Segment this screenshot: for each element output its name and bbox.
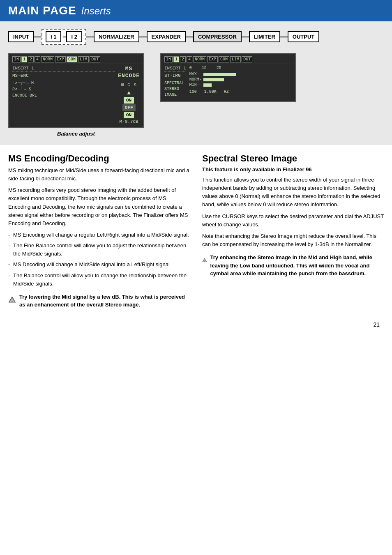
bullet-1: MS Encoding will change a regular Left/R…	[8, 231, 190, 239]
lcd-p2-type: ST-IMG	[164, 73, 186, 79]
lcd-bar-min: MIN·	[189, 83, 292, 87]
content-area: MS Encoding/Decoding MS miking technique…	[0, 145, 392, 317]
tab-out[interactable]: OUT	[90, 56, 100, 62]
chain-i1: I 1	[46, 31, 61, 42]
chain-compressor: COMPRESSOR	[193, 31, 242, 42]
tab-exp[interactable]: EXP	[55, 56, 66, 62]
lcd-signal-path2: R>─┘→ S	[12, 87, 115, 92]
col-right: Spectral Stereo Image This feature is on…	[202, 153, 384, 309]
right-subtitle: This feature is only available in Finali…	[202, 166, 384, 173]
signal-chain: INPUT I 1 I 2 NORMALIZER EXPANDER COMPRE…	[8, 29, 384, 45]
svg-text:♪: ♪	[12, 300, 13, 302]
tab2-1[interactable]: 1	[173, 56, 179, 62]
lcd-bar-min-fill	[203, 83, 212, 87]
chain-i2: I 2	[66, 31, 82, 42]
right-tip-text: Try enhancing the Stereo Image in the Mi…	[210, 253, 384, 278]
chain-connector	[34, 37, 42, 37]
left-title: MS Encoding/Decoding	[8, 153, 190, 164]
tab-com[interactable]: COM	[67, 56, 77, 62]
lcd-bar-norm-fill	[203, 78, 224, 81]
right-para-1: This function allows you to control the …	[202, 176, 384, 209]
col-left: MS Encoding/Decoding MS miking technique…	[8, 153, 190, 309]
lcd-p2-bars: 0 15 25 MAX· NORM· MIN· 100 1.00K HZ	[189, 66, 292, 98]
tab-lim[interactable]: LIM	[78, 56, 89, 62]
tip-icon-right: ♪	[202, 253, 207, 267]
chain-normalizer: NORMALIZER	[94, 31, 139, 42]
tab2-2[interactable]: 2	[180, 56, 186, 62]
left-para-1: MS miking technique or Mid/Side uses a f…	[8, 166, 190, 183]
lcd-p2-insert: INSERT 1	[164, 66, 186, 72]
tab2-com[interactable]: COM	[219, 56, 229, 62]
tab-norm[interactable]: NORM	[41, 56, 54, 62]
tab2-exp[interactable]: EXP	[207, 56, 218, 62]
lcd-insert-type: MS-ENC	[12, 73, 115, 79]
page-subtitle: Inserts	[81, 5, 111, 17]
lcd-p2-scale-top: 0 15 25	[189, 66, 292, 70]
tab-1[interactable]: 1	[21, 56, 27, 62]
signal-chain-container: INPUT I 1 I 2 NORMALIZER EXPANDER COMPRE…	[0, 21, 392, 49]
panel1-wrap: IN 1 2 4 NORM EXP COM LIM OUT INSERT 1 M…	[8, 53, 144, 137]
lcd-body-1: INSERT 1 MS-ENC L>─┬─→ M R>─┘→ S ENCODE …	[12, 66, 140, 124]
tab-in[interactable]: IN	[12, 56, 21, 62]
page-title: MAIN PAGE	[8, 4, 76, 17]
left-bullets: MS Encoding will change a regular Left/R…	[8, 231, 190, 288]
tab-2[interactable]: 2	[28, 56, 34, 62]
right-tip: ♪ Try enhancing the Stereo Image in the …	[202, 253, 384, 278]
tab2-out[interactable]: OUT	[242, 56, 252, 62]
lcd-panel-2: IN 1 2 4 NORM EXP COM LIM OUT INSERT 1 S…	[160, 53, 296, 102]
lcd-mcs: mcs	[121, 82, 137, 88]
tab2-in[interactable]: IN	[164, 56, 173, 62]
svg-text:♪: ♪	[204, 260, 205, 262]
chain-connector	[139, 37, 147, 37]
lcd-btn-on2[interactable]: ON	[124, 112, 134, 118]
bullet-4: The Balance control will allow you to ch…	[8, 272, 190, 288]
right-title: Spectral Stereo Image	[202, 153, 384, 164]
left-tip: ♪ Try lowering the Mid signal by a few d…	[8, 293, 190, 309]
chain-expander: EXPANDER	[147, 31, 186, 42]
bullet-2: The Fine Balance control will allow you …	[8, 242, 190, 258]
lcd-tabs-1: IN 1 2 4 NORM EXP COM LIM OUT	[12, 56, 140, 64]
lcd-right-1: MS ENCODE mcs ▲ ON OFF ON M-0.7dB	[118, 66, 140, 124]
lcd-value: M-0.7dB	[119, 119, 138, 124]
left-tip-text: Try lowering the Mid signal by a few dB.…	[19, 293, 190, 309]
tab-4[interactable]: 4	[35, 56, 40, 62]
page-header: MAIN PAGE Inserts	[0, 0, 392, 21]
bullet-3: MS Decoding will change a Mid/Side signa…	[8, 260, 190, 269]
lcd-triangle: ▲	[127, 90, 130, 96]
chain-input: INPUT	[8, 31, 34, 42]
lcd-panel-1: IN 1 2 4 NORM EXP COM LIM OUT INSERT 1 M…	[8, 53, 144, 128]
lcd-p2-side-label: SPECTRALSTEREOIMAGE	[164, 81, 186, 98]
panel1-caption: Balance adjust	[57, 131, 95, 137]
chain-connector	[86, 37, 94, 37]
lcd-insert-label: INSERT 1	[12, 66, 115, 72]
lcd-ms-label: MS	[125, 66, 133, 72]
chain-connector	[242, 37, 249, 37]
lcd-tabs-2: IN 1 2 4 NORM EXP COM LIM OUT	[164, 56, 292, 64]
lcd-bar-max: MAX·	[189, 72, 292, 76]
right-para-2: Use the CURSOR keys to select the desire…	[202, 212, 384, 229]
chain-connector	[63, 37, 66, 37]
tip-icon-left: ♪	[8, 293, 16, 306]
lcd-encode-title: ENCODE	[118, 73, 140, 79]
lcd-btn-on[interactable]: ON	[124, 97, 134, 104]
chain-limiter: LIMITER	[249, 31, 280, 42]
lcd-bar-max-fill	[203, 73, 236, 76]
lcd-left-1: INSERT 1 MS-ENC L>─┬─→ M R>─┘→ S ENCODE …	[12, 66, 115, 124]
chain-output: OUTPUT	[288, 31, 319, 42]
left-para-2: MS recording offers very good stereo ima…	[8, 186, 190, 228]
lcd-p2-labels: INSERT 1 ST-IMG SPECTRALSTEREOIMAGE	[164, 66, 186, 98]
lcd-encode-label: ENCODE BRL	[12, 93, 115, 98]
lcd-btn-off[interactable]: OFF	[122, 104, 136, 111]
lcd-body-2: INSERT 1 ST-IMG SPECTRALSTEREOIMAGE 0 15…	[164, 66, 292, 98]
page-number: 21	[0, 317, 392, 336]
chain-connector	[280, 37, 288, 37]
panels-row: IN 1 2 4 NORM EXP COM LIM OUT INSERT 1 M…	[0, 49, 392, 145]
tab2-norm[interactable]: NORM	[193, 56, 206, 62]
tab2-lim[interactable]: LIM	[230, 56, 241, 62]
chain-connector	[186, 37, 193, 37]
chain-inserts-group: I 1 I 2	[42, 29, 86, 45]
right-para-3: Note that enhancing the Stereo Image mig…	[202, 232, 384, 249]
lcd-signal-path: L>─┬─→ M	[12, 81, 115, 85]
tab2-4[interactable]: 4	[187, 56, 192, 62]
panel2-wrap: IN 1 2 4 NORM EXP COM LIM OUT INSERT 1 S…	[160, 53, 296, 113]
